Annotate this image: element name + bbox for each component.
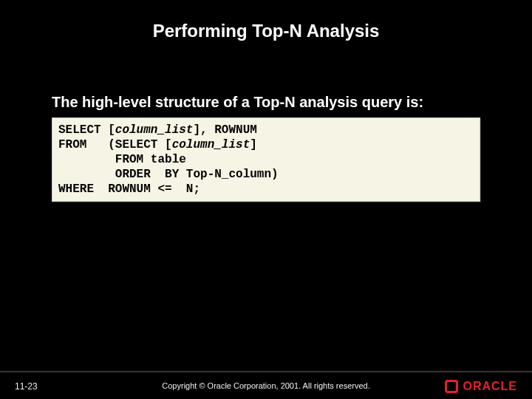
slide-content: The high-level structure of a Top-N anal… [0, 41, 532, 202]
code-line-2: FROM (SELECT [column_list] [58, 138, 257, 151]
oracle-wordmark: ORACLE [463, 380, 517, 393]
slide-title: Performing Top-N Analysis [0, 0, 532, 41]
body-text: The high-level structure of a Top-N anal… [52, 93, 480, 112]
oracle-logo: ORACLE [445, 380, 517, 393]
code-line-4: ORDER BY Top-N_column) [58, 168, 279, 181]
code-line-3: FROM table [58, 153, 186, 166]
slide: Performing Top-N Analysis The high-level… [0, 0, 532, 399]
code-line-1: SELECT [column_list], ROWNUM [58, 123, 257, 137]
slide-number: 11-23 [15, 381, 38, 392]
footer: 11-23 Copyright © Oracle Corporation, 20… [0, 372, 532, 399]
code-block: SELECT [column_list], ROWNUM FROM (SELEC… [52, 117, 480, 202]
oracle-o-icon [445, 380, 458, 393]
code-line-5: WHERE ROWNUM <= N; [58, 183, 200, 196]
